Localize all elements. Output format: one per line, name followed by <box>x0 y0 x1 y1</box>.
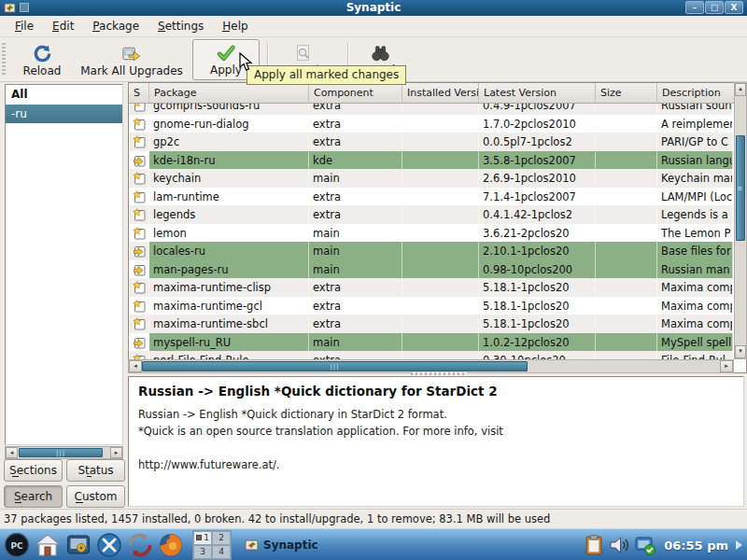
package-status-cell <box>129 224 149 243</box>
table-header: S Package Component Installed Version La… <box>129 83 746 104</box>
table-row[interactable]: kde-i18n-ru kde 3.5.8-1pclos2007 Russian… <box>129 151 733 170</box>
toolbar-grip[interactable] <box>2 43 6 77</box>
table-row[interactable]: gp2c extra 0.0.5pl7-1pclos2 PARI/GP to C <box>129 133 733 151</box>
package-latest-version: 1.0.2-12pclos20 <box>479 333 596 352</box>
configuration-tools-button[interactable] <box>95 531 123 559</box>
update-button[interactable] <box>126 531 154 559</box>
table-row[interactable]: locales-ru main 2.10.1-1pclos20 Base fil… <box>129 242 733 260</box>
scroll-down-icon[interactable]: ▾ <box>735 345 746 358</box>
pclinuxos-menu-button[interactable]: PC <box>3 531 31 559</box>
scroll-right-icon[interactable]: ▸ <box>720 360 733 372</box>
table-row[interactable]: maxima-runtime-gcl extra 5.18.1-1pclos20… <box>129 297 733 315</box>
table-hscroll-thumb[interactable]: ||| <box>142 361 528 371</box>
menu-help[interactable]: Help <box>218 18 251 35</box>
package-component: kde <box>309 151 402 170</box>
table-row[interactable]: lam-runtime extra 7.1.4-1pclos2007 LAM/M… <box>129 188 733 206</box>
svg-text:PC: PC <box>10 541 23 551</box>
reload-button[interactable]: Reload <box>11 39 73 80</box>
close-icon[interactable]: X <box>725 1 743 14</box>
scroll-left-icon[interactable]: ◂ <box>6 447 18 458</box>
status-button[interactable]: Status <box>66 459 125 482</box>
pager-desktop-1[interactable]: 1 <box>193 531 212 545</box>
available-star-icon <box>133 227 146 240</box>
table-row[interactable]: legends extra 0.4.1.42-1pclos2 Legends i… <box>129 205 733 224</box>
package-latest-version: 1.7.0-2pclos2010 <box>479 115 596 133</box>
taskbar-clock[interactable]: 06:55 pm <box>664 539 728 553</box>
package-description: Base files for <box>657 242 733 260</box>
column-latest-version[interactable]: Latest Version <box>479 83 596 103</box>
volume-icon[interactable] <box>608 534 630 556</box>
minimize-icon[interactable]: – <box>685 1 704 14</box>
package-size <box>596 315 657 333</box>
table-row[interactable]: gnome-run-dialog extra 1.7.0-2pclos2010 … <box>129 115 733 133</box>
filter-list-header[interactable]: All <box>6 85 122 105</box>
package-name: gcompris-sounds-ru <box>149 104 309 115</box>
package-description: Russian man <box>657 260 733 279</box>
package-status-cell <box>129 169 149 188</box>
statusbar: 37 packages listed, 1457 installed, 0 br… <box>0 509 747 528</box>
maximize-icon[interactable]: □ <box>705 1 724 14</box>
table-row[interactable]: maxima-runtime-clisp extra 5.18.1-1pclos… <box>129 278 733 297</box>
titlebar[interactable]: Synaptic – □ X <box>0 0 747 16</box>
properties-icon <box>293 43 314 63</box>
panel-hide-arrow-icon[interactable] <box>736 540 742 550</box>
column-component[interactable]: Component <box>309 83 402 103</box>
pane-resize-handle[interactable] <box>411 372 467 375</box>
custom-button[interactable]: Custom <box>66 485 125 508</box>
scroll-up-icon[interactable]: ▴ <box>735 83 746 96</box>
package-installed-version <box>402 151 479 170</box>
table-vscrollbar[interactable]: ▴ ≡ ▾ <box>734 82 747 359</box>
package-installed-version <box>402 260 479 279</box>
clipboard-icon[interactable] <box>584 534 604 556</box>
column-package[interactable]: Package <box>149 83 309 103</box>
table-row[interactable]: myspell-ru_RU main 1.0.2-12pclos20 MySpe… <box>129 333 733 352</box>
sections-button[interactable]: Sections <box>4 459 63 482</box>
filter-list: All -ru <box>5 84 123 445</box>
pager-desktop-3[interactable]: 3 <box>193 545 212 559</box>
table-row[interactable]: man-pages-ru main 0.98-10pclos200 Russia… <box>129 260 733 279</box>
update-notifier-icon[interactable] <box>634 534 656 556</box>
column-size[interactable]: Size <box>596 83 657 103</box>
home-icon <box>35 532 61 558</box>
table-row[interactable]: maxima-runtime-sbcl extra 5.18.1-1pclos2… <box>129 315 733 333</box>
available-star-icon <box>133 135 146 148</box>
mark-all-upgrades-button[interactable]: Mark All Upgrades <box>77 39 187 80</box>
column-description[interactable]: Description <box>657 83 746 103</box>
package-installed-version <box>402 315 479 333</box>
scroll-left-icon[interactable]: ◂ <box>129 360 142 372</box>
menu-edit[interactable]: Edit <box>49 18 78 35</box>
sidebar-hscrollbar[interactable]: ◂ ||| ▸ <box>5 446 123 459</box>
control-center-button[interactable] <box>64 531 92 559</box>
menu-package[interactable]: Package <box>89 18 143 35</box>
table-vscroll-thumb[interactable]: ≡ <box>736 135 745 241</box>
update-icon <box>127 532 153 558</box>
menu-settings[interactable]: Settings <box>154 18 207 35</box>
firefox-button[interactable] <box>157 531 185 559</box>
package-description: LAM/MPI (Loc <box>657 188 733 206</box>
marked-install-icon <box>133 245 146 258</box>
column-status[interactable]: S <box>129 83 149 103</box>
menu-file[interactable]: File <box>11 18 37 35</box>
table-row[interactable]: keychain main 2.6.9-1pclos2010 Keychain … <box>129 169 733 188</box>
package-latest-version: 3.6.21-2pclos20 <box>479 224 596 243</box>
package-component: main <box>309 242 402 260</box>
package-size <box>596 205 657 224</box>
taskbar-task-synaptic[interactable]: Synaptic <box>245 538 318 552</box>
sidebar-hscroll-thumb[interactable]: ||| <box>19 448 103 457</box>
available-star-icon <box>133 281 146 294</box>
package-description: MySpell spell <box>657 333 733 352</box>
table-row[interactable]: gcompris-sounds-ru extra 0.4.9-1pclos200… <box>129 104 733 115</box>
pager-desktop-4[interactable]: 4 <box>212 545 231 559</box>
home-button[interactable] <box>34 531 62 559</box>
package-size <box>596 169 657 188</box>
search-filter-button[interactable]: Search <box>4 485 63 508</box>
column-installed-version[interactable]: Installed Version <box>402 83 479 103</box>
table-hscrollbar[interactable]: ◂ ||| ▸ <box>128 359 734 373</box>
table-row[interactable]: lemon main 3.6.21-2pclos20 The Lemon P <box>129 224 733 243</box>
package-name: gnome-run-dialog <box>149 115 309 133</box>
apply-check-icon <box>215 43 237 63</box>
scroll-right-icon[interactable]: ▸ <box>110 447 122 458</box>
pager-desktop-2[interactable]: 2 <box>212 531 231 545</box>
package-status-cell <box>129 260 149 279</box>
filter-item-ru[interactable]: -ru <box>6 105 122 123</box>
